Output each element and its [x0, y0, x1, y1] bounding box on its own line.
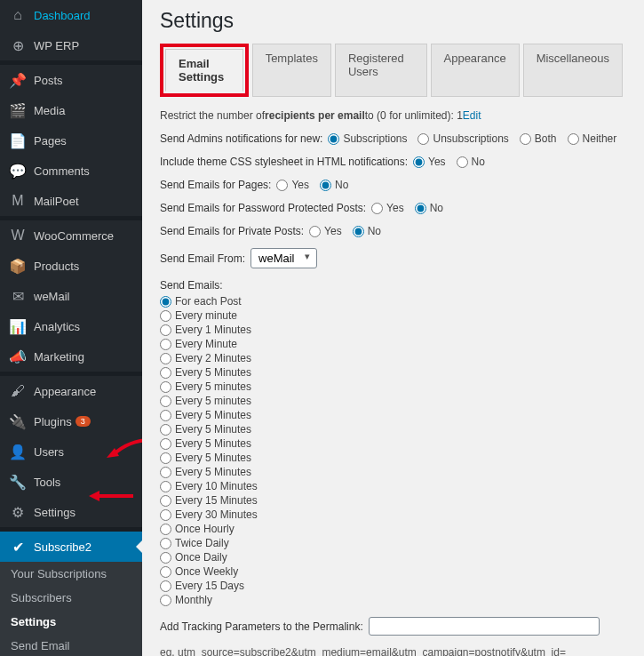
admin-notif-option[interactable]: Unsubscriptions: [417, 132, 508, 145]
admin-notif-radio[interactable]: [417, 133, 429, 145]
pages-radio[interactable]: [320, 180, 331, 191]
sidebar-item-products[interactable]: 📦Products: [0, 251, 142, 281]
tab-templates[interactable]: Templates: [252, 44, 331, 97]
send-emails-option[interactable]: Once Hourly: [160, 523, 626, 535]
sidebar-item-settings[interactable]: ⚙Settings: [0, 497, 142, 527]
send-emails-radio[interactable]: [160, 353, 171, 364]
send-from-select[interactable]: weMail: [250, 248, 317, 268]
pages-option[interactable]: Yes: [276, 179, 309, 191]
submenu-send-email[interactable]: Send Email: [0, 634, 142, 656]
admin-notif-option[interactable]: Neither: [568, 132, 617, 145]
css-radio[interactable]: [413, 156, 425, 168]
css-radio[interactable]: [457, 156, 468, 168]
send-emails-option[interactable]: Every 5 Minutes: [160, 437, 626, 450]
send-emails-option[interactable]: Every 5 Minutes: [160, 409, 626, 421]
send-emails-radio[interactable]: [160, 495, 171, 507]
tracking-input[interactable]: [369, 617, 600, 636]
send-emails-option[interactable]: Every 5 Minutes: [160, 452, 626, 464]
pages-radio[interactable]: [276, 180, 288, 191]
send-emails-radio[interactable]: [160, 339, 171, 350]
send-emails-option[interactable]: Every 2 Minutes: [160, 352, 626, 364]
css-option[interactable]: Yes: [413, 156, 446, 168]
admin-notif-radio[interactable]: [520, 133, 531, 145]
sidebar-item-users[interactable]: 👤Users: [0, 436, 142, 467]
css-option[interactable]: No: [457, 156, 485, 168]
sidebar-item-tools[interactable]: 🔧Tools: [0, 467, 142, 497]
sidebar-item-appearance[interactable]: 🖌Appearance: [0, 372, 142, 406]
sidebar-item-dashboard[interactable]: ⌂Dashboard: [0, 0, 142, 30]
edit-link[interactable]: Edit: [463, 109, 481, 122]
send-emails-option[interactable]: Every 5 minutes: [160, 380, 626, 393]
submenu-subscribers[interactable]: Subscribers: [0, 586, 142, 610]
tab-appearance[interactable]: Appearance: [431, 44, 520, 97]
send-emails-radio[interactable]: [160, 552, 171, 564]
pwd-option[interactable]: No: [415, 202, 443, 214]
send-emails-option[interactable]: Every Minute: [160, 338, 626, 350]
sidebar-item-analytics[interactable]: 📊Analytics: [0, 311, 142, 341]
send-emails-option[interactable]: Monthly: [160, 594, 626, 606]
sidebar-item-subscribe2[interactable]: ✔Subscribe2: [0, 527, 142, 562]
send-emails-option[interactable]: For each Post: [160, 295, 626, 308]
send-emails-option[interactable]: Every 5 Minutes: [160, 466, 626, 478]
admin-notif-radio[interactable]: [568, 133, 579, 145]
send-emails-radio[interactable]: [160, 538, 171, 549]
send-emails-radio[interactable]: [160, 467, 171, 478]
sidebar-item-woocommerce[interactable]: WWooCommerce: [0, 216, 142, 251]
send-emails-option[interactable]: Once Daily: [160, 551, 626, 564]
radio-label: For each Post: [175, 295, 242, 308]
sidebar-item-marketing[interactable]: 📣Marketing: [0, 341, 142, 372]
admin-notif-option[interactable]: Both: [520, 132, 557, 145]
send-emails-option[interactable]: Every 5 Minutes: [160, 366, 626, 379]
send-emails-option[interactable]: Twice Daily: [160, 537, 626, 549]
sidebar-item-comments[interactable]: 💬Comments: [0, 156, 142, 186]
send-emails-option[interactable]: Every 15 Days: [160, 580, 626, 592]
send-emails-option[interactable]: Every 30 Minutes: [160, 508, 626, 521]
send-emails-radio[interactable]: [160, 310, 171, 322]
pwd-radio[interactable]: [415, 203, 426, 214]
sidebar-item-wemail[interactable]: ✉weMail: [0, 281, 142, 311]
send-emails-option[interactable]: Every 10 Minutes: [160, 480, 626, 492]
send-emails-radio[interactable]: [160, 566, 171, 578]
submenu-your-subscriptions[interactable]: Your Subscriptions: [0, 562, 142, 586]
send-emails-radio[interactable]: [160, 424, 171, 436]
send-emails-radio[interactable]: [160, 396, 171, 407]
send-emails-option[interactable]: Every 5 Minutes: [160, 423, 626, 436]
sidebar-item-wp-erp[interactable]: ⊕WP ERP: [0, 30, 142, 60]
tab-email-settings[interactable]: Email Settings: [165, 49, 243, 92]
tab-miscellaneous[interactable]: Miscellaneous: [523, 44, 623, 97]
sidebar-item-pages[interactable]: 📄Pages: [0, 125, 142, 156]
send-emails-option[interactable]: Every 5 minutes: [160, 395, 626, 407]
send-emails-radio[interactable]: [160, 367, 171, 379]
submenu-settings[interactable]: Settings: [0, 610, 142, 634]
send-emails-option[interactable]: Every minute: [160, 309, 626, 322]
send-emails-option[interactable]: Every 15 Minutes: [160, 494, 626, 507]
send-emails-radio[interactable]: [160, 509, 171, 521]
send-emails-radio[interactable]: [160, 410, 171, 421]
tab-registered-users[interactable]: Registered Users: [335, 44, 427, 97]
sidebar-item-plugins[interactable]: 🔌Plugins3: [0, 406, 142, 436]
priv-radio[interactable]: [309, 226, 321, 237]
radio-label: Every 5 Minutes: [175, 409, 251, 421]
send-emails-radio[interactable]: [160, 324, 171, 336]
send-emails-option[interactable]: Every 1 Minutes: [160, 324, 626, 336]
sidebar-item-posts[interactable]: 📌Posts: [0, 60, 142, 95]
priv-option[interactable]: No: [353, 225, 381, 237]
send-emails-radio[interactable]: [160, 481, 171, 492]
pwd-option[interactable]: Yes: [371, 202, 404, 214]
send-emails-radio[interactable]: [160, 524, 171, 535]
sidebar-item-media[interactable]: 🎬Media: [0, 95, 142, 125]
sidebar-item-mailpoet[interactable]: MMailPoet: [0, 186, 142, 216]
send-emails-radio[interactable]: [160, 580, 171, 592]
send-emails-option[interactable]: Once Weekly: [160, 565, 626, 578]
send-emails-radio[interactable]: [160, 595, 171, 606]
priv-radio[interactable]: [353, 226, 364, 237]
send-emails-radio[interactable]: [160, 452, 171, 464]
pages-option[interactable]: No: [320, 179, 348, 191]
admin-notif-radio[interactable]: [328, 133, 339, 145]
priv-option[interactable]: Yes: [309, 225, 342, 237]
send-emails-radio[interactable]: [160, 381, 171, 393]
pwd-radio[interactable]: [371, 203, 383, 214]
send-emails-radio[interactable]: [160, 438, 171, 450]
admin-notif-option[interactable]: Subscriptions: [328, 132, 407, 145]
send-emails-radio[interactable]: [160, 296, 171, 308]
